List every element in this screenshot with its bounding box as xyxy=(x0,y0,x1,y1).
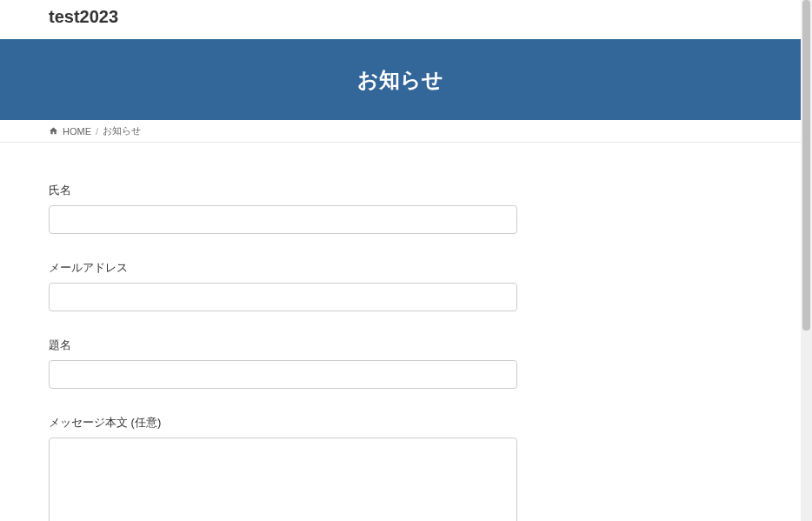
scrollbar-thumb[interactable] xyxy=(802,0,810,331)
name-label: 氏名 xyxy=(49,183,752,198)
breadcrumb-separator: / xyxy=(96,126,98,137)
breadcrumb-home-link[interactable]: HOME xyxy=(63,126,91,137)
form-group-message: メッセージ本文 (任意) xyxy=(49,415,752,521)
name-input[interactable] xyxy=(49,205,517,234)
breadcrumb: HOME / お知らせ xyxy=(0,120,801,143)
message-textarea[interactable] xyxy=(49,438,517,521)
page-title: お知らせ xyxy=(357,66,443,94)
form-group-name: 氏名 xyxy=(49,183,752,234)
subject-input[interactable] xyxy=(49,360,517,389)
content-area: 氏名 メールアドレス 題名 メッセージ本文 (任意) xyxy=(0,143,801,521)
site-header: test2023 xyxy=(0,0,801,39)
home-icon xyxy=(49,126,58,136)
page-viewport: test2023 お知らせ HOME / お知らせ 氏名 メールアドレス 題名 … xyxy=(0,0,801,521)
email-label: メールアドレス xyxy=(49,260,752,276)
subject-label: 題名 xyxy=(49,337,752,353)
scrollbar-track[interactable] xyxy=(801,0,812,521)
message-label: メッセージ本文 (任意) xyxy=(49,415,752,431)
breadcrumb-current: お知らせ xyxy=(103,124,141,137)
form-group-email: メールアドレス xyxy=(49,260,752,311)
form-group-subject: 題名 xyxy=(49,337,752,389)
page-hero: お知らせ xyxy=(0,39,801,120)
site-title[interactable]: test2023 xyxy=(49,7,752,27)
email-input[interactable] xyxy=(49,283,517,311)
